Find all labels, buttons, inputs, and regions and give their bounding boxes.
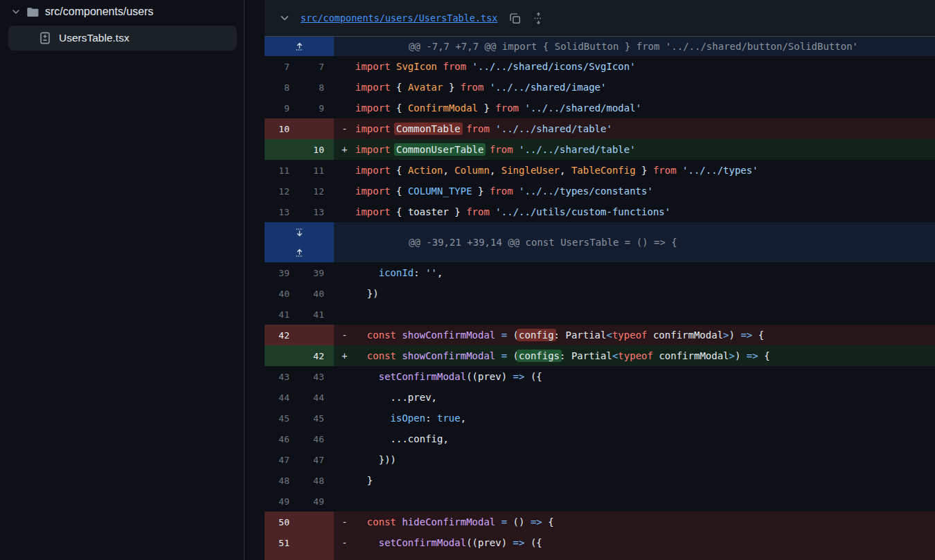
new-line-number[interactable]: 9 bbox=[299, 103, 334, 114]
line-number-gutter: 50 bbox=[265, 512, 334, 532]
diff-row-deletion: 10-import CommonTable from '../../shared… bbox=[265, 118, 935, 139]
new-line-number[interactable]: 47 bbox=[299, 455, 334, 465]
new-line-number[interactable]: 11 bbox=[299, 165, 334, 176]
diff-row-context: 4949 bbox=[265, 491, 935, 512]
diff-marker: - bbox=[334, 329, 355, 341]
hunk-header-text: @@ -39,21 +39,14 @@ const UsersTable = (… bbox=[409, 237, 677, 248]
added-word-highlight: configs bbox=[517, 350, 562, 362]
expand-down-icon[interactable] bbox=[265, 222, 334, 242]
file-label: UsersTable.tsx bbox=[59, 32, 130, 44]
sidebar-file-users-table[interactable]: UsersTable.tsx bbox=[8, 26, 237, 51]
old-line-number[interactable]: 12 bbox=[265, 186, 299, 197]
diff-file-header: src/components/users/UsersTable.tsx bbox=[265, 0, 935, 37]
diff-marker: + bbox=[334, 350, 355, 361]
old-line-number[interactable]: 43 bbox=[265, 372, 299, 382]
diff-marker: - bbox=[334, 537, 355, 548]
line-number-gutter: 4141 bbox=[265, 304, 334, 325]
old-line-number[interactable]: 46 bbox=[265, 434, 299, 444]
new-line-number[interactable]: 7 bbox=[299, 62, 334, 72]
removed-word-highlight: config bbox=[517, 329, 556, 341]
diff-panel: src/components/users/UsersTable.tsx @@ -… bbox=[265, 0, 935, 560]
diff-row-context: 77import SvgIcon from '../../shared/icon… bbox=[265, 56, 935, 77]
new-line-number[interactable]: 46 bbox=[299, 434, 334, 444]
old-line-number[interactable]: 50 bbox=[265, 517, 299, 527]
new-line-number[interactable]: 48 bbox=[299, 476, 334, 486]
diff-row-addition: 42+ const showConfirmModal = (configs: P… bbox=[265, 345, 935, 366]
new-line-number[interactable]: 13 bbox=[299, 207, 334, 217]
new-line-number[interactable]: 12 bbox=[299, 186, 334, 197]
old-line-number[interactable]: 47 bbox=[265, 455, 299, 465]
old-line-number[interactable]: 44 bbox=[265, 392, 299, 403]
old-line-number[interactable]: 10 bbox=[265, 124, 299, 134]
diff-row-context: 4545 isOpen: true, bbox=[265, 408, 935, 428]
new-line-number[interactable]: 49 bbox=[299, 496, 334, 507]
code-line: ...prev, bbox=[355, 392, 437, 403]
line-number-gutter: 4545 bbox=[265, 408, 334, 428]
removed-word-highlight: CommonTable bbox=[394, 123, 463, 135]
old-line-number[interactable]: 49 bbox=[265, 496, 299, 507]
file-tree-sidebar: src/components/users UsersTable.tsx bbox=[0, 0, 244, 560]
line-number-gutter: 51 bbox=[265, 532, 334, 553]
new-line-number[interactable]: 44 bbox=[299, 392, 334, 403]
code-line: import { Action, Column, SingleUser, Tab… bbox=[355, 165, 758, 176]
old-line-number[interactable]: 13 bbox=[265, 207, 299, 217]
file-diff-icon bbox=[39, 32, 51, 44]
expand-all-icon[interactable] bbox=[533, 12, 544, 25]
expand-up-icon[interactable] bbox=[265, 37, 334, 56]
code-line: import { toaster } from '../../utils/cus… bbox=[355, 206, 670, 217]
folder-label: src/components/users bbox=[45, 6, 154, 18]
sidebar-folder-row[interactable]: src/components/users bbox=[0, 3, 244, 21]
line-number-gutter: 1313 bbox=[265, 201, 334, 222]
line-number-gutter: 4949 bbox=[265, 491, 334, 512]
line-number-gutter: 77 bbox=[265, 56, 334, 77]
old-line-number[interactable]: 9 bbox=[265, 103, 299, 114]
line-number-gutter: 1111 bbox=[265, 160, 334, 181]
old-line-number[interactable]: 7 bbox=[265, 62, 299, 72]
diff-row-deletion: 51- setConfirmModal((prev) => ({ bbox=[265, 532, 935, 553]
code-line: ...config, bbox=[355, 433, 449, 444]
new-line-number[interactable]: 39 bbox=[299, 268, 334, 278]
old-line-number[interactable]: 39 bbox=[265, 268, 299, 278]
collapse-file-chevron-down-icon[interactable] bbox=[279, 12, 290, 24]
diff-row-context: 99import { ConfirmModal } from '../../sh… bbox=[265, 98, 935, 118]
new-line-number[interactable]: 45 bbox=[299, 413, 334, 424]
new-line-number[interactable]: 10 bbox=[299, 145, 334, 155]
line-number-gutter: 4343 bbox=[265, 366, 334, 387]
file-path-link[interactable]: src/components/users/UsersTable.tsx bbox=[301, 12, 497, 24]
diff-row-context: 88import { Avatar } from '../../shared/i… bbox=[265, 77, 935, 98]
diff-marker: - bbox=[334, 123, 355, 134]
new-line-number[interactable]: 40 bbox=[299, 289, 334, 299]
new-line-number[interactable]: 42 bbox=[299, 351, 334, 361]
line-number-gutter: 4040 bbox=[265, 283, 334, 304]
old-line-number[interactable]: 11 bbox=[265, 165, 299, 176]
old-line-number[interactable]: 45 bbox=[265, 413, 299, 424]
diff-row-deletion: 50- const hideConfirmModal = () => { bbox=[265, 512, 935, 532]
code-line: setConfirmModal((prev) => ({ bbox=[355, 371, 542, 382]
diff-row-context: 4646 ...config, bbox=[265, 428, 935, 449]
new-line-number[interactable]: 41 bbox=[299, 309, 334, 320]
old-line-number[interactable]: 40 bbox=[265, 289, 299, 299]
code-line: import { Avatar } from '../../shared/ima… bbox=[355, 82, 606, 93]
old-line-number[interactable]: 42 bbox=[265, 330, 299, 341]
hunk-expand-gutter[interactable] bbox=[265, 222, 334, 262]
new-line-number[interactable]: 43 bbox=[299, 372, 334, 382]
line-number-gutter: 42 bbox=[265, 345, 334, 366]
diff-row-context: 4444 ...prev, bbox=[265, 387, 935, 408]
diff-marker: + bbox=[334, 144, 355, 155]
diff-row-context: 4747 })) bbox=[265, 449, 935, 470]
expand-up-icon[interactable] bbox=[265, 242, 334, 262]
diff-marker: - bbox=[334, 516, 355, 527]
copy-icon[interactable] bbox=[509, 12, 521, 24]
old-line-number[interactable]: 8 bbox=[265, 82, 299, 93]
old-line-number[interactable]: 51 bbox=[265, 538, 299, 548]
diff-body: @@ -7,7 +7,7 @@ import { SolidButton } f… bbox=[265, 37, 935, 560]
hunk-expand-gutter[interactable] bbox=[265, 37, 334, 56]
new-line-number[interactable]: 8 bbox=[299, 82, 334, 93]
old-line-number[interactable]: 48 bbox=[265, 476, 299, 486]
line-number-gutter: 10 bbox=[265, 139, 334, 160]
diff-row-context: 4141 bbox=[265, 304, 935, 325]
code-line: setConfirmModal((prev) => ({ bbox=[355, 537, 542, 548]
old-line-number[interactable]: 41 bbox=[265, 309, 299, 320]
chevron-down-icon[interactable] bbox=[11, 7, 21, 17]
diff-hunk-header: @@ -39,21 +39,14 @@ const UsersTable = (… bbox=[265, 222, 935, 262]
